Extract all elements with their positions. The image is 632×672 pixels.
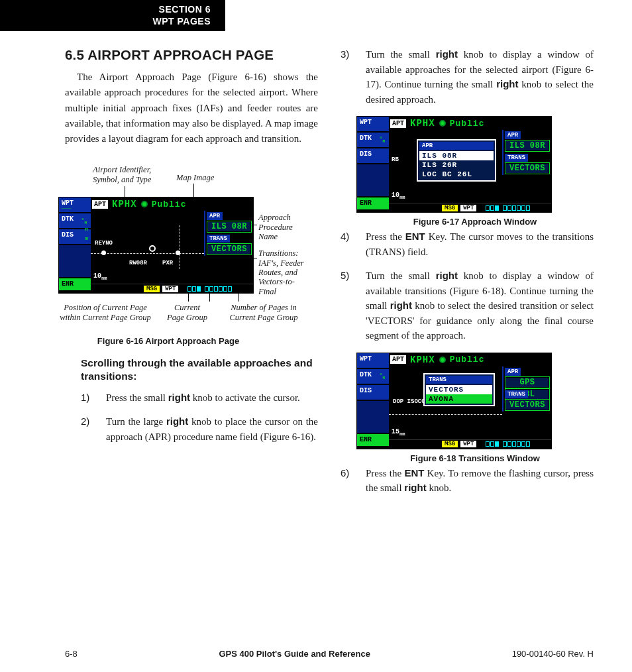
footer-rev: 190-00140-60 Rev. H	[512, 649, 594, 659]
map-rw: RW08R	[129, 260, 147, 266]
page-number: 6-8	[65, 649, 78, 659]
steps-right-top: 3)Turn the small right knob to display a…	[341, 47, 594, 107]
callout-page-position: Position of Current Page within Current …	[56, 303, 155, 322]
page-body: 6.5 AIRPORT APPROACH PAGE The Airport Ap…	[0, 31, 632, 505]
gps-screen-6-16: WPT___ DTK°M DISnm ENR APT KPHX Public	[58, 197, 254, 294]
page-position-icon	[187, 286, 201, 292]
apt-label: APT	[92, 200, 108, 209]
figure-6-18-caption: Figure 6-18 Transitions Window	[356, 453, 594, 463]
side-wpt: WPT___	[59, 197, 91, 213]
step-6: 6)Press the ENT Key. To remove the flash…	[341, 466, 594, 496]
side-enr: ENR	[59, 278, 91, 292]
tab-line1: SECTION 6	[26, 4, 211, 16]
footer-title: GPS 400 Pilot's Guide and Reference	[219, 649, 370, 659]
figure-6-17: WPT DTK°M DIS ENR APT KPHX Public RB 10n…	[356, 116, 594, 227]
section-heading: 6.5 AIRPORT APPROACH PAGE	[65, 47, 318, 63]
right-column: 3)Turn the small right knob to display a…	[341, 47, 594, 505]
page-count-icon	[205, 286, 232, 292]
figure-6-16: Airport Identifier, Symbol, and Type Map…	[58, 153, 318, 346]
gps-screen-6-18: WPT DTK°M DIS ENR APT KPHX Public DOP IS…	[356, 353, 552, 449]
step-5: 5)Turn the small right knob to display a…	[341, 268, 594, 343]
map-area: REYNO RW08R PXR 10nm	[91, 211, 204, 284]
step-4: 4)Press the ENT Key. The cursor moves to…	[341, 229, 594, 259]
apr-label: APR	[207, 212, 223, 220]
side-dis: DISnm	[59, 229, 91, 245]
steps-right-mid: 4)Press the ENT Key. The cursor moves to…	[341, 229, 594, 343]
tab-line2: WPT PAGES	[26, 16, 211, 28]
airport-symbol-icon	[141, 201, 148, 207]
msg-indicator: MSG	[144, 286, 160, 292]
callout-page-group: Current Page Group	[167, 303, 207, 322]
step-2: 2)Turn the large right knob to place the…	[81, 414, 318, 444]
section-tab: SECTION 6 WPT PAGES	[0, 0, 225, 31]
map-scale: 10nm	[93, 272, 107, 281]
left-column: 6.5 AIRPORT APPROACH PAGE The Airport Ap…	[65, 47, 318, 505]
gps-screen-6-17: WPT DTK°M DIS ENR APT KPHX Public RB 10n…	[356, 116, 552, 213]
callout-apr-name: Approach Procedure Name	[258, 213, 293, 241]
airport-type: Public	[152, 199, 187, 209]
trans-value: VECTORS	[207, 243, 252, 255]
figure-6-18: WPT DTK°M DIS ENR APT KPHX Public DOP IS…	[356, 353, 594, 463]
trans-label: TRANS	[207, 235, 230, 243]
figure-6-17-caption: Figure 6-17 Approach Window	[356, 217, 594, 227]
apr-value: ILS 08R	[207, 221, 252, 233]
callout-transitions: Transitions: IAF's, Feeder Routes, and V…	[258, 249, 310, 296]
airport-ident: KPHX	[112, 199, 137, 209]
callout-map-image: Map Image	[176, 173, 214, 182]
page-footer: 6-8 GPS 400 Pilot's Guide and Reference …	[65, 649, 594, 659]
page-group: WPT	[162, 286, 178, 292]
steps-right-end: 6)Press the ENT Key. To remove the flash…	[341, 466, 594, 496]
step-3: 3)Turn the small right knob to display a…	[341, 47, 594, 107]
map-reyno: REYNO	[95, 240, 113, 247]
step-1: 1)Press the small right knob to activate…	[81, 390, 318, 406]
approach-popup: APR ILS 08R ILS 26R LOC BC 26L	[417, 139, 496, 182]
steps-left: 1)Press the small right knob to activate…	[81, 390, 318, 445]
callout-page-count: Number of Pages in Current Page Group	[224, 303, 303, 322]
trans-popup: TRANS VECTORS AVONA	[423, 373, 495, 406]
callout-airport-id: Airport Identifier, Symbol, and Type	[93, 165, 151, 184]
popup-item-sel: ILS 08R	[419, 151, 494, 160]
figure-6-16-caption: Figure 6-16 Airport Approach Page	[19, 336, 318, 346]
instruction-heading: Scrolling through the available approach…	[81, 357, 318, 383]
map-pxr: PXR	[162, 260, 173, 266]
intro-paragraph: The Airport Approach Page (Figure 6-16) …	[65, 70, 318, 146]
